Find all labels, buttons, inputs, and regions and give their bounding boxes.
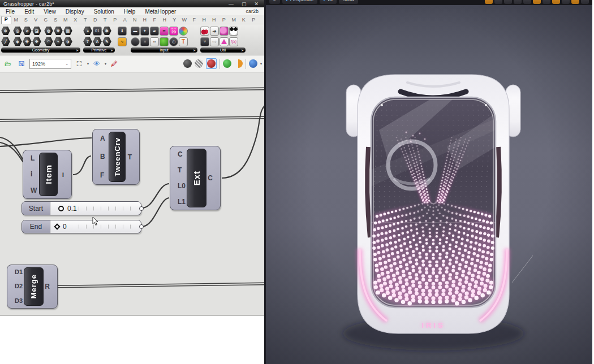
point-icon[interactable]: ● <box>83 27 92 36</box>
geometry-component-icon[interactable]: ⬗ <box>63 37 72 46</box>
function-icon[interactable]: f(x) <box>229 37 238 46</box>
canvas-display-icon[interactable] <box>249 59 257 68</box>
menu-view[interactable]: View <box>44 8 56 15</box>
node-tweencrv-capsule[interactable]: TweenCrv <box>109 132 126 182</box>
world-local-icon[interactable] <box>523 0 531 4</box>
zoom-dropdown[interactable]: 192%⌄ <box>29 59 71 69</box>
tab-14[interactable]: H <box>140 17 150 24</box>
menu-solution[interactable]: Solution <box>94 8 114 15</box>
minimize-button[interactable]: — <box>229 1 234 7</box>
slider-start[interactable]: Start 0.1 <box>21 201 141 215</box>
tween-input-a[interactable]: A <box>100 135 107 142</box>
tab-surface[interactable]: S <box>51 17 61 24</box>
tab-17[interactable]: Y <box>170 17 180 24</box>
rotate-tool-icon[interactable] <box>504 0 512 4</box>
tab-params[interactable]: P <box>1 16 11 24</box>
ext-input-l0[interactable]: L0 <box>178 183 186 189</box>
tab-10[interactable]: T <box>100 17 110 24</box>
seven-icon[interactable]: 7 <box>83 37 92 46</box>
move-tool-icon[interactable] <box>494 0 502 4</box>
slider-end-label[interactable]: End <box>22 220 50 233</box>
lit-button[interactable]: Lit <box>320 0 336 4</box>
tab-curve[interactable]: C <box>41 17 51 24</box>
slider-start-knob[interactable] <box>58 206 64 211</box>
geometry-component-icon[interactable]: ◍ <box>44 27 53 36</box>
tab-22[interactable]: P <box>219 17 229 24</box>
ext-input-t[interactable]: T <box>178 167 186 174</box>
relay-arrow-icon[interactable]: ➜ <box>210 27 219 36</box>
viewport-options-button[interactable]: ≡ <box>269 0 280 4</box>
item-output-i[interactable]: i <box>62 171 64 178</box>
button-icon[interactable] <box>131 37 140 46</box>
ext-input-l1[interactable]: L1 <box>178 198 186 205</box>
cherry-data-icon[interactable] <box>200 27 209 36</box>
slider-start-track[interactable]: 0.1 <box>50 202 141 215</box>
geometry-component-icon[interactable]: ✚ <box>23 37 32 46</box>
tab-16[interactable]: H <box>160 17 170 24</box>
tab-20[interactable]: H <box>199 17 209 24</box>
pattern-icon[interactable] <box>160 37 169 46</box>
tab-intersect[interactable]: X <box>71 17 81 24</box>
flask-icon[interactable] <box>219 37 229 46</box>
merge-input-d1[interactable]: D1 <box>15 269 23 275</box>
document-selector[interactable]: car2b <box>246 8 259 14</box>
zoom-extents-caret[interactable]: ▾ <box>87 62 89 66</box>
shaded-preview-selected[interactable] <box>206 58 217 69</box>
md-slider-icon[interactable]: ✦ <box>140 27 149 36</box>
scale-snap-icon[interactable] <box>562 0 570 4</box>
panda-icon[interactable] <box>229 27 238 36</box>
scale-tool-icon[interactable] <box>514 0 522 4</box>
wireframe-preview-icon[interactable] <box>195 59 203 68</box>
jump-arrow-icon[interactable]: ⇨ <box>210 37 219 46</box>
geometry-component-icon[interactable]: ◆ <box>13 37 22 46</box>
tab-25[interactable]: P <box>249 17 259 24</box>
graph-mapper-icon[interactable]: ∿ <box>118 37 127 46</box>
close-button[interactable]: ✕ <box>254 1 259 7</box>
geometry-component-icon[interactable]: ❋ <box>54 27 63 36</box>
node-merge[interactable]: D1 D2 D3 Merge R <box>7 265 58 309</box>
item-input-w[interactable]: W <box>31 187 38 194</box>
merge-output-r[interactable]: R <box>45 283 50 290</box>
slider-start-label[interactable]: Start <box>22 202 50 215</box>
tab-transform[interactable]: T <box>80 17 91 24</box>
tween-input-b[interactable]: B <box>100 153 107 160</box>
tab-vector[interactable]: V <box>31 17 41 24</box>
zoom-extents-icon[interactable]: ⛶ <box>74 59 85 69</box>
no-preview-icon[interactable] <box>183 59 192 68</box>
swatch-icon[interactable]: 🞄🞄 <box>150 37 159 46</box>
tree-branch-icon[interactable]: ⑂ <box>200 37 209 46</box>
data-pin-icon[interactable] <box>219 27 229 36</box>
rotation-snap-icon[interactable] <box>552 0 560 4</box>
value-list-icon[interactable]: ≡ <box>140 37 149 46</box>
tab-18[interactable]: W <box>179 17 190 24</box>
slider-end[interactable]: End 0 <box>21 220 141 233</box>
panel-icon[interactable]: ▰ <box>150 27 159 36</box>
slider-end-output-pin[interactable] <box>139 224 144 229</box>
select-tool-icon[interactable] <box>485 0 493 4</box>
paint-tool-icon[interactable]: 🖉 <box>109 59 120 69</box>
ext-input-c[interactable]: C <box>178 151 186 158</box>
geometry-component-icon[interactable]: ◎ <box>13 27 22 36</box>
menu-help[interactable]: Help <box>124 8 136 15</box>
merge-input-d2[interactable]: D2 <box>15 283 23 289</box>
clock-icon[interactable]: ◴ <box>169 37 178 46</box>
tab-13[interactable]: N <box>130 17 140 24</box>
show-button[interactable]: Show <box>339 0 358 4</box>
canvas-display-caret[interactable]: ▾ <box>260 62 262 66</box>
menu-display[interactable]: Display <box>66 8 84 15</box>
node-ext[interactable]: C T L0 L1 Ext C <box>170 146 221 210</box>
gradient-icon[interactable]: ≋ <box>160 27 169 36</box>
maximize-button[interactable]: ▢ <box>242 1 247 7</box>
preview-eye-caret[interactable]: ▾ <box>105 62 106 66</box>
item-input-l[interactable]: L <box>31 155 38 162</box>
split-preview-icon[interactable] <box>234 59 243 68</box>
node-item[interactable]: L i W Item i <box>23 150 72 199</box>
calendar-icon[interactable]: AUG 20 <box>169 27 178 36</box>
node-tweencrv[interactable]: A B F TweenCrv T <box>92 129 140 185</box>
menu-file[interactable]: File <box>6 8 15 15</box>
digit-panel-icon[interactable]: 01 <box>93 27 102 36</box>
render-viewport[interactable]: ≡ Perspective Lit Show <box>266 0 592 364</box>
geometry-group-label[interactable]: Geometry➤ <box>1 47 80 53</box>
menu-metahopper[interactable]: MetaHopper <box>145 8 176 15</box>
tab-12[interactable]: A <box>120 17 130 24</box>
